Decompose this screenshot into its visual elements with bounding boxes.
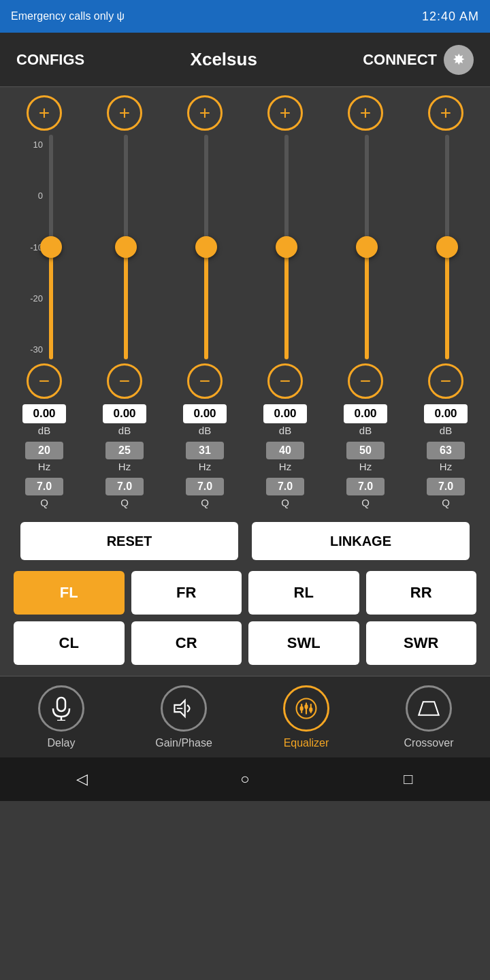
db-label-4: dB	[279, 425, 291, 436]
eq-bands: +100-10-20-30−0.00dB20Hz7.0Q+−0.00dB25Hz…	[5, 95, 485, 508]
freq-value-1: 20	[25, 442, 63, 459]
db-value-5: 0.00	[344, 404, 387, 423]
slider-thumb-5[interactable]	[356, 236, 378, 258]
slider-track-area-2[interactable]	[116, 135, 135, 359]
linkage-button[interactable]: LINKAGE	[252, 522, 470, 560]
app-title: Xcelsus	[191, 49, 257, 70]
connect-area[interactable]: CONNECT ✸	[363, 45, 474, 75]
status-bar: Emergency calls only ψ 12:40 AM	[0, 0, 490, 33]
eq-band-2: +−0.00dB25Hz7.0Q	[86, 95, 163, 508]
channel-button-rl[interactable]: RL	[248, 571, 359, 615]
plus-button-3[interactable]: +	[187, 95, 223, 131]
q-value-2: 7.0	[105, 478, 144, 495]
q-label-1: Q	[40, 497, 48, 508]
q-label-3: Q	[201, 497, 209, 508]
hz-label-5: Hz	[359, 461, 372, 472]
nav-item-delay[interactable]: Delay	[0, 685, 122, 749]
minus-button-2[interactable]: −	[107, 363, 142, 399]
bluetooth-button[interactable]: ✸	[444, 45, 474, 75]
db-label-1: dB	[38, 425, 50, 436]
slider-track-5	[365, 135, 369, 359]
plus-button-2[interactable]: +	[107, 95, 142, 131]
db-value-1: 0.00	[22, 404, 66, 423]
svg-rect-11	[309, 707, 312, 712]
home-button[interactable]: ○	[231, 766, 259, 793]
slider-track-area-5[interactable]	[357, 135, 376, 359]
plus-button-6[interactable]: +	[428, 95, 463, 131]
slider-thumb-4[interactable]	[276, 236, 297, 258]
recent-button[interactable]: □	[395, 766, 422, 793]
configs-button[interactable]: CONFIGS	[16, 51, 84, 69]
slider-container-2	[108, 135, 141, 359]
nav-icon-gain-phase	[161, 685, 207, 732]
back-button[interactable]: ◁	[68, 766, 95, 793]
nav-label-gain-phase: Gain/Phase	[155, 737, 212, 749]
q-label-5: Q	[361, 497, 370, 508]
minus-button-5[interactable]: −	[348, 363, 383, 399]
db-label-2: dB	[118, 425, 131, 436]
plus-button-1[interactable]: +	[27, 95, 62, 131]
channel-button-fl[interactable]: FL	[14, 571, 125, 615]
reset-button[interactable]: RESET	[20, 522, 238, 560]
slider-track-1	[49, 135, 53, 359]
eq-band-5: +−0.00dB50Hz7.0Q	[327, 95, 404, 508]
recent-icon: □	[404, 770, 412, 788]
q-value-1: 7.0	[25, 478, 63, 495]
header: CONFIGS Xcelsus CONNECT ✸	[0, 33, 490, 87]
q-value-6: 7.0	[427, 478, 465, 495]
freq-value-6: 63	[427, 442, 465, 459]
slider-thumb-2[interactable]	[115, 236, 137, 258]
slider-track-area-6[interactable]	[438, 135, 457, 359]
minus-button-1[interactable]: −	[27, 363, 62, 399]
q-label-2: Q	[120, 497, 129, 508]
slider-container-1: 100-10-20-30	[28, 135, 61, 359]
channel-button-cl[interactable]: CL	[14, 621, 125, 665]
nav-item-equalizer[interactable]: Equalizer	[245, 685, 368, 749]
q-label-4: Q	[281, 497, 289, 508]
minus-button-4[interactable]: −	[267, 363, 303, 399]
svg-rect-10	[304, 704, 308, 709]
db-label-6: dB	[440, 425, 452, 436]
connect-label: CONNECT	[363, 51, 437, 69]
slider-fill-2	[124, 247, 128, 359]
slider-container-5	[349, 135, 382, 359]
minus-button-6[interactable]: −	[428, 363, 463, 399]
eq-section: +100-10-20-30−0.00dB20Hz7.0Q+−0.00dB25Hz…	[0, 87, 490, 508]
slider-track-area-3[interactable]	[197, 135, 216, 359]
eq-band-3: +−0.00dB31Hz7.0Q	[166, 95, 244, 508]
status-emergency: Emergency calls only ψ	[11, 10, 125, 22]
plus-button-5[interactable]: +	[348, 95, 383, 131]
channel-button-cr[interactable]: CR	[131, 621, 242, 665]
nav-item-gain-phase[interactable]: Gain/Phase	[122, 685, 245, 749]
minus-button-3[interactable]: −	[187, 363, 223, 399]
channel-button-fr[interactable]: FR	[131, 571, 242, 615]
q-value-5: 7.0	[346, 478, 385, 495]
channel-button-rr[interactable]: RR	[366, 571, 477, 615]
slider-fill-3	[204, 247, 208, 359]
system-nav: ◁ ○ □	[0, 757, 490, 801]
nav-icon-crossover	[406, 685, 452, 732]
db-value-4: 0.00	[263, 404, 307, 423]
slider-track-area-4[interactable]	[277, 135, 296, 359]
hz-label-1: Hz	[38, 461, 50, 472]
slider-thumb-3[interactable]	[195, 236, 217, 258]
channel-button-swl[interactable]: SWL	[248, 621, 359, 665]
channel-button-swr[interactable]: SWR	[366, 621, 477, 665]
db-value-6: 0.00	[424, 404, 468, 423]
slider-track-2	[124, 135, 128, 359]
plus-button-4[interactable]: +	[267, 95, 303, 131]
freq-value-5: 50	[346, 442, 385, 459]
slider-thumb-1[interactable]	[40, 236, 62, 258]
hz-label-4: Hz	[279, 461, 291, 472]
slider-track-3	[204, 135, 208, 359]
q-value-3: 7.0	[186, 478, 224, 495]
db-label-5: dB	[359, 425, 372, 436]
nav-item-crossover[interactable]: Crossover	[368, 685, 490, 749]
slider-thumb-6[interactable]	[436, 236, 458, 258]
slider-track-area-1[interactable]	[42, 135, 61, 359]
eq-band-1: +100-10-20-30−0.00dB20Hz7.0Q	[5, 95, 83, 508]
db-label-3: dB	[199, 425, 211, 436]
slider-fill-5	[365, 247, 369, 359]
nav-label-delay: Delay	[48, 737, 76, 749]
svg-rect-0	[57, 698, 65, 711]
